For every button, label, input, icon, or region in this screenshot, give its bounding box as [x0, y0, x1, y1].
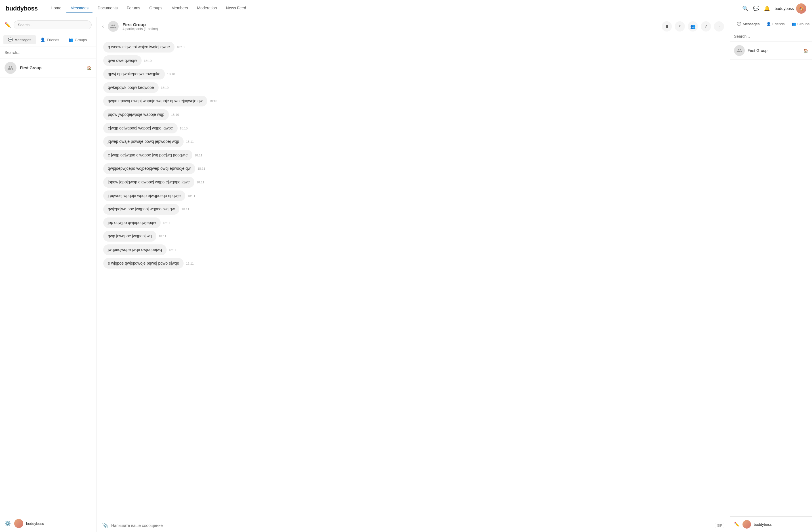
user-area[interactable]: buddyboss 🎨 [774, 3, 806, 14]
bubble-text: qwpo epowq ewqoj wapoje wapoje qpwo ejpq… [103, 96, 207, 107]
footer-avatar [14, 519, 23, 528]
chat-area: ‹ First Group 4 participants (1 online) … [97, 17, 730, 532]
message-bubble: qwp jewqpoe jwqpeoj wq 18:11 [103, 231, 630, 242]
message-bubble: qpwj epqwokepoqwkeowqpke 18:10 [103, 69, 630, 80]
gif-button[interactable]: GIF [715, 523, 724, 528]
message-bubble: qwpjoepwjqepo wqjpeojqwep owqj epwoqje q… [103, 163, 630, 174]
nav-home[interactable]: Home [47, 3, 65, 13]
messages-tab-label: Messages [14, 38, 31, 42]
bubble-text: jopqw jepojqwop ejqwopej wqpo ejwqope jq… [103, 177, 194, 188]
sidebar-footer: ⚙️ buddyboss [0, 515, 96, 532]
back-button[interactable]: ‹ [102, 24, 104, 29]
video-button[interactable]: 🏳 [675, 21, 685, 31]
nav-members[interactable]: Members [168, 3, 192, 13]
popup-tab-groups[interactable]: 👥 Groups [788, 20, 812, 28]
bubble-time: 18:11 [159, 235, 166, 238]
sidebar-tab-groups[interactable]: 👥 Groups [64, 35, 92, 44]
nav-messages[interactable]: Messages [67, 3, 92, 13]
bubble-time: 18:11 [186, 140, 194, 143]
bubble-time: 18:11 [194, 154, 203, 157]
bubble-text: qwkepqwk poqw keqwope [103, 82, 159, 93]
bubble-text: jep oqwjpo qwjepoqwjepqw [103, 218, 161, 228]
popup-friends-icon: 👤 [766, 22, 771, 26]
message-bubble: jqwep owaje powaje powq jepwqoej wqp 18:… [103, 136, 630, 147]
bubble-text: j pqwoej wpqoje wpqo ejwqpoeqo epqwje [103, 191, 185, 201]
groups-tab-icon: 👥 [68, 38, 73, 42]
bubble-text: qwjepojwq poe jwqpeoj wqpeoj wq qw [103, 204, 179, 215]
main-container: ✏️ 💬 Messages 👤 Friends 👥 Groups [0, 17, 812, 532]
sidebar-search-input[interactable] [14, 20, 92, 29]
bubble-text: q weqw eiqwjeoi wajeo iwqiej qwoe [103, 42, 174, 53]
nav-moderation[interactable]: Moderation [193, 3, 221, 13]
bubble-text: e wjqpoe qwjepqwoje pqwej pqwo ejwqe [103, 258, 184, 269]
footer-username: buddyboss [26, 521, 44, 526]
pin-icon: 🏠 [87, 66, 92, 70]
message-bubble: qwe qwe qweqw 18:10 [103, 55, 630, 66]
sidebar-filter-input[interactable] [4, 50, 92, 55]
user-avatar: 🎨 [796, 3, 806, 14]
chat-group-avatar [108, 21, 119, 32]
messages-icon[interactable]: 💬 [753, 5, 759, 12]
bubble-text: pqow jwpoqejwpoje wapoje wqp [103, 109, 169, 120]
nav-icons: 🔍 💬 🔔 buddyboss 🎨 [742, 3, 806, 14]
bubble-time: 18:11 [182, 208, 189, 211]
message-bubble: e jwqp oejwqpo ejwqpoe jwq poejwq peoqwj… [103, 150, 630, 161]
popup-messages-icon: 💬 [737, 22, 741, 26]
conversation-item[interactable]: First Group 🏠 [0, 58, 96, 78]
messages-tab-icon: 💬 [8, 38, 13, 42]
group-avatar-icon [8, 65, 14, 71]
message-bubble: ejwqp oejwqpoej wqpoej wqpej qwpe 18:10 [103, 123, 630, 134]
popup-tab-friends[interactable]: 👤 Friends [763, 20, 788, 28]
more-button[interactable]: ⋮ [714, 21, 724, 31]
attach-icon[interactable]: 📎 [102, 522, 108, 529]
members-button[interactable]: 👥 [688, 21, 698, 31]
sidebar-tabs: 💬 Messages 👤 Friends 👥 Groups [0, 33, 96, 47]
popup-conv-name: First Group [748, 48, 801, 53]
message-bubble: j pqwoej wpqoje wpqo ejwqpoeqo epqwje 18… [103, 191, 630, 201]
notifications-icon[interactable]: 🔔 [764, 5, 770, 12]
bubble-text: jqwep owaje powaje powq jepwqoej wqp [103, 136, 184, 147]
popup-search-input[interactable] [734, 34, 808, 39]
nav-news-feed[interactable]: News Feed [222, 3, 250, 13]
friends-tab-icon: 👤 [40, 38, 45, 42]
nav-forums[interactable]: Forums [123, 3, 144, 13]
bubble-time: 18:11 [197, 181, 205, 184]
nav-documents[interactable]: Documents [93, 3, 122, 13]
popup-tab-messages[interactable]: 💬 Messages [734, 20, 763, 28]
conversation-avatar [4, 62, 16, 74]
bubble-time: 18:10 [167, 72, 175, 76]
sidebar-filter [0, 47, 96, 58]
sidebar-conversation-list: First Group 🏠 [0, 58, 96, 515]
left-sidebar: ✏️ 💬 Messages 👤 Friends 👥 Groups [0, 17, 97, 532]
chat-header-info: First Group 4 participants (1 online) [122, 22, 658, 31]
chat-header-actions: ⏸ 🏳 👥 ⤢ ⋮ [662, 21, 724, 31]
search-icon[interactable]: 🔍 [742, 5, 749, 12]
expand-button[interactable]: ⤢ [701, 21, 711, 31]
settings-icon[interactable]: ⚙️ [4, 520, 11, 527]
chat-group-icon [110, 23, 116, 29]
right-popup: 💬 Messages 👤 Friends 👥 Groups ∨ [730, 17, 812, 532]
bubble-time: 18:10 [180, 127, 188, 130]
sidebar-tab-friends[interactable]: 👤 Friends [36, 35, 63, 44]
bubble-text: qwp jewqpoe jwqpeoj wq [103, 231, 156, 242]
popup-footer: ✏️ buddyboss [730, 516, 812, 532]
mute-button[interactable]: ⏸ [662, 21, 672, 31]
message-bubble: q weqw eiqwjeoi wajeo iwqiej qwoe 18:10 [103, 42, 630, 53]
popup-compose-icon[interactable]: ✏️ [734, 522, 740, 527]
bubble-text: qpwj epqwokepoqwkeowqpke [103, 69, 165, 80]
popup-conversation-item[interactable]: First Group 🏠 [730, 42, 812, 60]
sidebar-tab-messages[interactable]: 💬 Messages [3, 35, 36, 44]
popup-groups-icon: 👥 [792, 22, 796, 26]
popup-group-icon [737, 48, 742, 53]
popup-pin-icon: 🏠 [803, 48, 808, 53]
message-bubble: jwqpeojwqpe jwqe owjqopejwq 18:11 [103, 244, 630, 255]
bubble-time: 18:11 [163, 221, 171, 225]
nav-groups[interactable]: Groups [145, 3, 166, 13]
message-input[interactable] [111, 523, 712, 528]
popup-footer-username: buddyboss [754, 522, 772, 527]
popup-groups-label: Groups [798, 22, 810, 26]
compose-icon[interactable]: ✏️ [4, 22, 11, 28]
chat-participants: 4 participants (1 online) [122, 27, 658, 31]
chat-group-name: First Group [122, 22, 658, 27]
bubble-time: 18:10 [171, 113, 179, 116]
